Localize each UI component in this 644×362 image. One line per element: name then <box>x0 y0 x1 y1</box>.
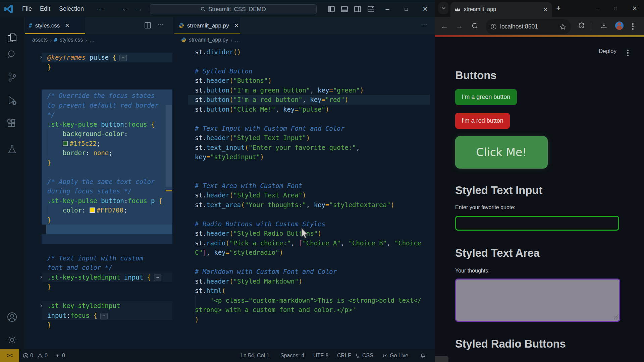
left-tab-bar: # styles.css ✕ ⋯ <box>24 17 173 34</box>
text-input-label: Enter your favorite quote: <box>455 204 516 210</box>
fold-chevron-icon[interactable]: › <box>39 302 43 309</box>
tab-streamlit-app-py[interactable]: streamlit_app.py ✕ <box>174 17 240 34</box>
deploy-button[interactable]: Deploy <box>599 48 616 55</box>
encoding-status[interactable]: UTF-8 <box>313 349 328 362</box>
chevron-right-icon: › <box>230 37 232 43</box>
testing-icon[interactable] <box>6 143 18 155</box>
tab-close-icon[interactable]: ✕ <box>65 22 69 29</box>
customize-layout-icon[interactable] <box>368 6 374 12</box>
browser-back-icon[interactable]: ← <box>439 21 449 31</box>
cursor-position[interactable]: Ln 54, Col 1 <box>240 349 269 362</box>
green-button[interactable]: I'm a green button <box>455 89 517 105</box>
tab-styles-css[interactable]: # styles.css ✕ <box>25 17 85 34</box>
browser-toolbar: ← → localhost:8501 <box>435 17 644 35</box>
breadcrumb-symbol[interactable]: … <box>89 37 95 43</box>
ports-status[interactable]: 0 <box>55 349 65 362</box>
click-me-button[interactable]: Click Me! <box>455 136 548 169</box>
window-close-icon[interactable]: ✕ <box>630 4 639 13</box>
window-maximize-icon[interactable]: □ <box>611 4 620 13</box>
browser-reload-icon[interactable] <box>470 21 480 31</box>
red-button[interactable]: I'm a red button <box>455 113 510 129</box>
code-line: key="styledinput") <box>195 152 264 162</box>
breadcrumb-file[interactable]: streamlit_app.py <box>189 37 228 43</box>
overview-ruler-selection-mark <box>166 190 172 191</box>
browser-status-bubble <box>435 356 448 362</box>
breadcrumb-symbol[interactable]: … <box>234 37 240 43</box>
window-close-icon[interactable]: ✕ <box>421 5 429 13</box>
menu-edit[interactable]: Edit <box>38 0 52 17</box>
red-button-label: I'm a red button <box>462 117 503 124</box>
window-minimize-icon[interactable]: – <box>593 4 602 13</box>
nav-back-icon[interactable]: ← <box>122 5 129 12</box>
explorer-icon[interactable] <box>6 32 18 44</box>
command-center[interactable]: Streamlit_CSS_DEMO <box>150 4 317 14</box>
toggle-sidebar-icon[interactable] <box>328 6 335 12</box>
toggle-panel-icon[interactable] <box>341 6 348 12</box>
text-input-header: Styled Text Input <box>455 184 542 197</box>
menu-file[interactable]: File <box>20 0 34 17</box>
editor-more-actions-icon[interactable]: ⋯ <box>157 22 164 30</box>
language-brackets-icon <box>355 353 361 359</box>
scrollbar-slider[interactable] <box>166 105 172 187</box>
quote-text-input[interactable] <box>455 216 619 231</box>
chevron-right-icon: › <box>50 37 52 43</box>
streamlit-menu-kebab-icon[interactable] <box>627 49 629 57</box>
tab-close-icon[interactable]: ✕ <box>543 6 548 13</box>
command-center-text: Streamlit_CSS_DEMO <box>208 5 266 14</box>
vscode-titlebar: File Edit Selection ··· ← → Streamlit_CS… <box>0 0 435 17</box>
bookmark-star-icon[interactable] <box>559 23 566 30</box>
browser-menu-kebab-icon[interactable] <box>631 22 634 31</box>
new-tab-button[interactable]: + <box>554 4 563 13</box>
tab-close-icon[interactable]: ✕ <box>234 22 239 29</box>
settings-gear-icon[interactable] <box>6 334 18 346</box>
nav-forward-icon[interactable]: → <box>135 5 143 12</box>
code-line: st.header("Styled Text Input") <box>195 133 310 143</box>
toggle-secondary-sidebar-icon[interactable] <box>354 6 361 12</box>
selection-cursor-line <box>46 225 172 234</box>
code-line: # Sytled Button <box>195 66 253 76</box>
code-line: '<p class="custom-markdown">This is <str… <box>195 296 421 305</box>
url-text[interactable]: localhost:8501 <box>500 23 556 30</box>
code-line: # Markdown with Custom Font and Color <box>195 267 337 277</box>
search-sidebar-icon[interactable] <box>6 49 18 60</box>
url-bar[interactable]: localhost:8501 <box>486 19 571 34</box>
extensions-puzzle-icon[interactable] <box>578 22 585 29</box>
indentation-status[interactable]: Spaces: 4 <box>280 349 304 362</box>
eol-status[interactable]: CRLF <box>337 349 351 362</box>
editor-more-actions-icon[interactable]: ⋯ <box>421 22 427 30</box>
source-control-icon[interactable] <box>6 71 18 83</box>
problems-status[interactable]: 0 0 <box>23 349 48 362</box>
textarea-resize-handle[interactable] <box>614 315 618 319</box>
account-icon[interactable] <box>6 311 18 323</box>
go-live-button[interactable]: Go Live <box>382 349 408 362</box>
run-debug-icon[interactable] <box>6 95 18 106</box>
menu-selection[interactable]: Selection <box>57 0 86 17</box>
site-info-icon[interactable] <box>490 23 497 30</box>
radio-header: Styled Radio Buttons <box>455 338 566 350</box>
fold-chevron-icon[interactable]: › <box>39 273 43 281</box>
code-line: border: none; <box>47 148 113 158</box>
breadcrumb-folder[interactable]: assets <box>32 37 48 43</box>
window-maximize-icon[interactable]: □ <box>402 5 410 13</box>
remote-indicator[interactable]: >< <box>0 349 19 362</box>
browser-forward-icon[interactable]: → <box>454 21 464 31</box>
downloads-icon[interactable] <box>600 22 607 29</box>
window-minimize-icon[interactable]: – <box>383 5 391 13</box>
language-mode[interactable]: CSS <box>355 349 373 362</box>
notifications-bell-icon[interactable] <box>420 349 426 362</box>
right-editor-actions: ⋯ <box>421 22 427 30</box>
left-breadcrumbs[interactable]: assets › # styles.css › … <box>32 34 166 46</box>
tab-search-button[interactable] <box>438 2 448 14</box>
ports-count: 0 <box>62 353 65 359</box>
thoughts-textarea[interactable] <box>455 279 620 322</box>
fold-chevron-icon[interactable]: › <box>39 53 43 61</box>
radio-tower-icon <box>55 353 60 359</box>
extensions-icon[interactable] <box>6 118 18 129</box>
menu-more[interactable]: ··· <box>94 0 105 17</box>
right-breadcrumbs[interactable]: streamlit_app.py › … <box>181 34 315 46</box>
breadcrumb-file[interactable]: styles.css <box>60 37 83 43</box>
browser-tab[interactable]: streamlit_app ✕ <box>450 2 552 17</box>
split-editor-icon[interactable] <box>144 22 151 29</box>
toolbar-separator <box>592 23 592 30</box>
profile-avatar[interactable] <box>615 21 624 30</box>
